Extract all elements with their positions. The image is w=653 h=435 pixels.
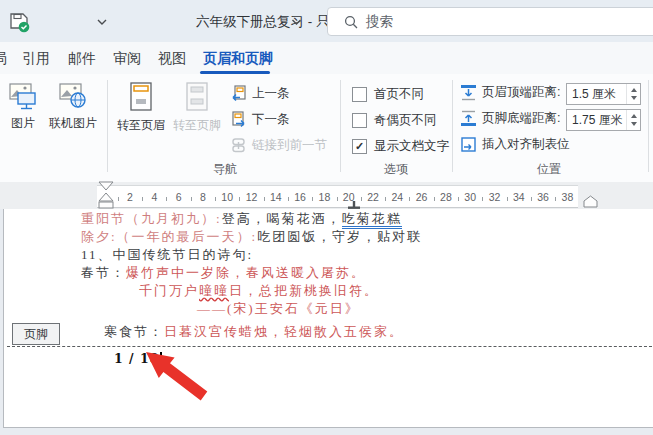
ruler-number: 38 — [562, 191, 574, 203]
ruler-tick — [507, 197, 508, 201]
title-chevron-down-icon[interactable] — [291, 19, 302, 26]
tab-view[interactable]: 视图 — [158, 50, 186, 68]
different-odd-even-label: 奇偶页不同 — [374, 112, 437, 129]
online-picture-icon — [58, 82, 88, 110]
red-annotation-arrow — [134, 346, 214, 408]
footer-from-bottom-label: 页脚底端距离: — [482, 110, 560, 127]
festival-label: 春节： — [81, 265, 126, 280]
doc-line-hanshi: 寒食节：日暮汉宫传蜡烛，轻烟散入五侯家。 — [104, 324, 404, 339]
navigation-group-label: 导航 — [213, 161, 237, 178]
ruler-number: 24 — [391, 191, 403, 203]
poem-text: 爆竹声中一岁除，春风送暖入屠苏。 — [126, 265, 366, 280]
footer-from-bottom-input[interactable]: 1.75 厘米 — [566, 109, 641, 131]
picture-icon — [8, 82, 38, 110]
ruler-tick — [312, 197, 313, 201]
save-status-icon[interactable] — [9, 13, 31, 33]
insert-alignment-tab-button[interactable]: 插入对齐制表位 — [460, 136, 570, 153]
goto-header-button[interactable]: 转至页眉 — [112, 80, 170, 138]
spinner-down-icon[interactable] — [631, 96, 637, 100]
ruler-number: 6 — [176, 191, 182, 203]
tab-layout-clipped[interactable]: 布局 — [0, 50, 7, 68]
checkbox-unchecked[interactable] — [352, 113, 367, 128]
insert-alignment-tab-label: 插入对齐制表位 — [482, 136, 570, 153]
goto-footer-icon — [185, 82, 209, 112]
link-icon — [230, 137, 247, 154]
group-separator — [340, 80, 341, 172]
search-box[interactable]: 搜索 — [327, 7, 653, 36]
footer-tag-label: 页脚 — [24, 326, 48, 343]
indent-markers[interactable] — [98, 181, 115, 211]
footer-from-bottom-value[interactable]: 1.75 厘米 — [572, 112, 626, 129]
group-separator — [452, 80, 453, 172]
different-odd-even-checkbox[interactable]: 奇偶页不同 — [352, 112, 437, 129]
word-window: { "titlebar": { "title": "六年级下册总复习 - 只读 … — [0, 0, 653, 435]
ruler-tick — [166, 197, 167, 201]
header-from-top-value[interactable]: 1.5 厘米 — [572, 86, 626, 103]
festival-label: 重阳节（九月初九）: — [81, 211, 222, 226]
ruler-tick — [288, 197, 289, 201]
quick-access-chevron-down-icon[interactable] — [97, 19, 107, 26]
checkbox-checked[interactable]: ✓ — [352, 139, 367, 154]
page[interactable]: 重阳节（九月初九）:登高，喝菊花酒，吃菊花糕 除夕:（一年的最后一天）:吃团圆饭… — [3, 209, 653, 428]
show-document-text-label: 显示文档文字 — [374, 138, 449, 155]
poem-text: 千门万户 — [139, 283, 199, 298]
spinner-down-icon[interactable] — [631, 122, 637, 126]
poem-text: 日，总把新桃换旧符。 — [229, 283, 379, 298]
horizontal-ruler: 2468101214161820222426283032343638 — [0, 182, 653, 209]
ribbon-tab-row: 布局 引用 邮件 审阅 视图 页眉和页脚 — [0, 42, 653, 74]
tab-stop-marker[interactable] — [348, 201, 360, 209]
goto-footer-button[interactable]: 转至页脚 — [170, 80, 224, 138]
tab-mailings[interactable]: 邮件 — [68, 50, 96, 68]
different-first-page-checkbox[interactable]: 首页不同 — [352, 86, 424, 103]
online-picture-button[interactable]: 联机图片 — [44, 80, 102, 138]
show-document-text-checkbox[interactable]: ✓ 显示文档文字 — [352, 138, 449, 155]
doc-line-chunjie: 春节：爆竹声中一岁除，春风送暖入屠苏。 — [81, 265, 366, 280]
ruler-tick — [239, 197, 240, 201]
next-icon — [230, 111, 247, 128]
festival-label: 除夕:（一年的最后一天）: — [81, 229, 257, 244]
underlined-text: 吃菊花糕 — [342, 211, 402, 229]
previous-button[interactable]: 上一条 — [230, 85, 290, 102]
title-bar: 六年级下册总复习 - 只读 - 兼容性... 搜索 — [0, 0, 653, 42]
checkbox-unchecked[interactable] — [352, 87, 367, 102]
ruler-tick — [191, 197, 192, 201]
previous-icon — [230, 85, 247, 102]
heading-text: 11、中国传统节日的诗句: — [81, 247, 253, 262]
next-label: 下一条 — [252, 111, 290, 128]
festival-custom: 登高，喝菊花酒， — [222, 211, 342, 226]
doc-line-poem2: 千门万户曈曈日，总把新桃换旧符。 — [139, 283, 379, 298]
spinner-up-icon[interactable] — [631, 114, 637, 118]
ruler-tick — [409, 197, 410, 201]
position-group-label: 位置 — [537, 161, 561, 178]
right-indent-marker[interactable] — [583, 195, 598, 208]
different-first-page-label: 首页不同 — [374, 86, 424, 103]
poem-author: ——(宋)王安石《元日》 — [197, 301, 360, 316]
header-distance-icon — [460, 84, 477, 101]
ruler-tick — [361, 197, 362, 201]
header-from-top-label: 页眉顶端距离: — [482, 84, 560, 101]
footer-boundary-dashed-line — [7, 346, 653, 347]
tab-header-footer-active[interactable]: 页眉和页脚 — [203, 50, 273, 68]
ruler-number: 32 — [489, 191, 501, 203]
footer-from-bottom-spinner[interactable] — [626, 110, 640, 130]
ruler-number: 34 — [513, 191, 525, 203]
group-separator — [107, 80, 108, 172]
spinner-up-icon[interactable] — [631, 88, 637, 92]
doc-line-chuxi: 除夕:（一年的最后一天）:吃团圆饭，守岁，贴对联 — [81, 229, 422, 244]
goto-footer-label: 转至页脚 — [173, 118, 221, 132]
ruler-number: 14 — [270, 191, 282, 203]
ruler-tick — [215, 197, 216, 201]
link-to-previous-button[interactable]: 链接到前一节 — [230, 137, 327, 154]
poem-text: 日暮汉宫传蜡烛，轻烟散入五侯家。 — [164, 324, 404, 339]
ruler-number: 10 — [221, 191, 233, 203]
goto-header-label: 转至页眉 — [117, 118, 165, 132]
next-button[interactable]: 下一条 — [230, 111, 290, 128]
header-from-top-input[interactable]: 1.5 厘米 — [566, 83, 641, 105]
previous-label: 上一条 — [252, 85, 290, 102]
ruler-band[interactable]: 2468101214161820222426283032343638 — [97, 185, 578, 208]
tab-review[interactable]: 审阅 — [113, 50, 141, 68]
festival-custom: 吃团圆饭，守岁，贴对联 — [257, 229, 422, 244]
tab-references[interactable]: 引用 — [22, 50, 50, 68]
picture-button[interactable]: 图片 — [4, 80, 42, 138]
header-from-top-spinner[interactable] — [626, 84, 640, 104]
